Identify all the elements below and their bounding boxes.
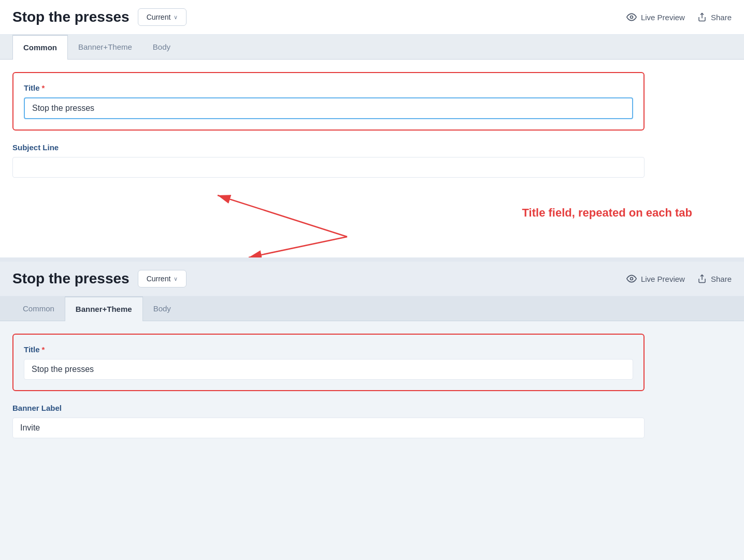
panel-divider (0, 257, 744, 262)
live-preview-label-2: Live Preview (641, 275, 685, 283)
eye-icon-2 (626, 274, 637, 284)
panel-2: Stop the presses Current ∨ Live Preview … (0, 262, 744, 451)
tab-common-2[interactable]: Common (12, 296, 65, 321)
annotation-arrows (0, 190, 744, 257)
panel-2-tab-bar: Common Banner+Theme Body (0, 296, 744, 321)
page-title-2: Stop the presses (12, 270, 130, 287)
share-button[interactable]: Share (697, 12, 732, 22)
share-button-2[interactable]: Share (697, 274, 732, 283)
panel-1-body: Title * Subject Line (0, 60, 744, 190)
tab-body-2[interactable]: Body (143, 296, 181, 321)
header-right-actions-2: Live Preview Share (626, 274, 732, 284)
panel-2-body: Title * Banner Label (0, 321, 744, 451)
tab-banner-theme-2[interactable]: Banner+Theme (65, 296, 143, 321)
required-indicator: * (42, 83, 45, 92)
share-label-2: Share (711, 275, 732, 283)
current-dropdown-2[interactable]: Current ∨ (138, 270, 187, 288)
title-field-group-2 (24, 359, 633, 380)
panel-1-main-content: Title * Subject Line (12, 72, 645, 178)
current-dropdown[interactable]: Current ∨ (138, 8, 187, 26)
title-input-2[interactable] (24, 359, 633, 380)
annotation-text: Title field, repeated on each tab (522, 206, 692, 221)
dropdown-label: Current (147, 13, 171, 21)
annotation-area: Title field, repeated on each tab (0, 190, 744, 257)
panel-2-header: Stop the presses Current ∨ Live Preview … (0, 262, 744, 296)
banner-label-label: Banner Label (12, 404, 645, 412)
subject-line-label: Subject Line (12, 143, 645, 152)
title-form-section-2: Title * (12, 334, 645, 391)
share-label: Share (711, 13, 732, 22)
panel-1-tab-bar: Common Banner+Theme Body (0, 35, 744, 60)
tab-body[interactable]: Body (142, 35, 181, 59)
header-right-actions: Live Preview Share (626, 12, 732, 22)
title-field-group (24, 97, 633, 119)
subject-field-group (12, 157, 645, 178)
tab-common[interactable]: Common (12, 35, 68, 60)
svg-point-0 (630, 16, 633, 19)
required-indicator-2: * (42, 345, 45, 354)
tab-banner-theme[interactable]: Banner+Theme (68, 35, 142, 59)
share-icon (697, 12, 707, 22)
eye-icon (626, 12, 637, 22)
share-icon-2 (697, 274, 707, 283)
panel-1: Stop the presses Current ∨ Live Preview … (0, 0, 744, 190)
subject-line-input[interactable] (12, 157, 645, 178)
panel-1-header: Stop the presses Current ∨ Live Preview … (0, 0, 744, 35)
dropdown-label-2: Current (147, 275, 171, 283)
title-form-section: Title * (12, 72, 645, 131)
chevron-down-icon-2: ∨ (174, 276, 178, 282)
banner-label-section: Banner Label (12, 404, 645, 438)
chevron-down-icon: ∨ (174, 14, 178, 21)
title-field-label-2: Title * (24, 345, 633, 354)
svg-point-4 (630, 278, 633, 280)
title-input[interactable] (24, 97, 633, 119)
panel-2-main-content: Title * Banner Label (12, 334, 645, 438)
banner-field-group (12, 418, 645, 438)
page-title: Stop the presses (12, 9, 130, 25)
live-preview-label: Live Preview (641, 13, 685, 22)
live-preview-button[interactable]: Live Preview (626, 12, 685, 22)
title-field-label: Title * (24, 83, 633, 92)
banner-label-input[interactable] (12, 418, 645, 438)
subject-line-section: Subject Line (12, 143, 645, 178)
live-preview-button-2[interactable]: Live Preview (626, 274, 685, 284)
